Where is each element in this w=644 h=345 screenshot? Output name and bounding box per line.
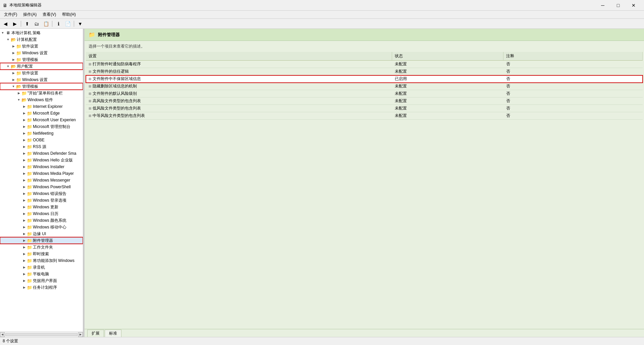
tree-expander-win-calendar[interactable]: ▶ <box>21 211 27 216</box>
tree-node-user-exp[interactable]: ▶📁Microsoft User Experien <box>0 117 83 123</box>
tree-expander-local[interactable]: ▼ <box>0 30 5 36</box>
tree-node-user-windows[interactable]: ▶📁Windows 设置 <box>0 76 83 83</box>
tree-expander-windows-components[interactable]: ▼ <box>16 97 21 102</box>
tree-expander-win-color[interactable]: ▶ <box>21 218 27 223</box>
tree-expander-user-software[interactable]: ▶ <box>11 70 16 76</box>
tree-expander-win-update[interactable]: ▶ <box>21 204 27 210</box>
tree-expander-rss[interactable]: ▶ <box>21 144 27 149</box>
tree-node-win-installer[interactable]: ▶📁Windows Installer <box>0 163 83 170</box>
tree-node-add-features[interactable]: ▶📁将功能添加到 Windows <box>0 257 83 264</box>
tab-standard[interactable]: 标准 <box>105 330 121 337</box>
tree-expander-oobe[interactable]: ▶ <box>21 137 27 143</box>
tree-node-tablet[interactable]: ▶📁平板电脑 <box>0 271 83 277</box>
tree-node-win-color[interactable]: ▶📁Windows 颜色系统 <box>0 217 83 224</box>
tree-expander-win-powershell[interactable]: ▶ <box>21 184 27 190</box>
tree-expander-user-admin[interactable]: ▼ <box>11 84 16 89</box>
tree-expander-user-exp[interactable]: ▶ <box>21 117 27 123</box>
tree-expander-mmc[interactable]: ▶ <box>21 124 27 129</box>
tree-node-win-messenger[interactable]: ▶📁Windows Messenger <box>0 177 83 184</box>
tree-expander-edge[interactable]: ▶ <box>21 111 27 116</box>
tree-expander-user-windows[interactable]: ▶ <box>11 77 16 82</box>
back-button[interactable]: ◀ <box>1 20 9 27</box>
tree-expander-edge-ui[interactable]: ▶ <box>21 231 27 236</box>
tree-node-instant-search[interactable]: ▶📁即时搜索 <box>0 251 83 257</box>
menu-file[interactable]: 文件(F) <box>1 11 20 18</box>
scroll-left-arrow[interactable]: ◀ <box>0 332 5 337</box>
tree-node-local[interactable]: ▼🖥本地计算机 策略 <box>0 29 83 36</box>
tree-expander-win-defender[interactable]: ▶ <box>21 151 27 156</box>
tree-node-win-media[interactable]: ▶📁Windows Media Player <box>0 170 83 177</box>
tree-node-computer-config[interactable]: ▼📂计算机配置 <box>0 36 83 43</box>
tree-expander-windows-settings[interactable]: ▶ <box>11 50 16 56</box>
tree-node-task-scheduler[interactable]: ▶📁任务计划程序 <box>0 284 83 291</box>
tree-expander-win-logon[interactable]: ▶ <box>21 198 27 203</box>
tree-expander-ie[interactable]: ▶ <box>21 104 27 109</box>
tree-node-win-update[interactable]: ▶📁Windows 更新 <box>0 204 83 210</box>
table-row[interactable]: ⊞隐藏删除区域信息的机制未配置否 <box>86 83 643 90</box>
tree-node-rss[interactable]: ▶📁RSS 源 <box>0 143 83 150</box>
tree-node-user-admin[interactable]: ▼📂管理模板 <box>0 83 83 90</box>
tree-expander-win-hello[interactable]: ▶ <box>21 157 27 163</box>
tree-expander-start-menu[interactable]: ▶ <box>16 90 21 96</box>
tree-node-win-calendar[interactable]: ▶📁Windows 日历 <box>0 210 83 217</box>
help-button[interactable]: ℹ <box>54 20 62 27</box>
table-row[interactable]: ⊞高风险文件类型的包含列表未配置否 <box>86 97 643 105</box>
table-row[interactable]: ⊞文件附件的信任逻辑未配置否 <box>86 68 643 75</box>
tree-expander-task-scheduler[interactable]: ▶ <box>21 285 27 290</box>
tree-node-ie[interactable]: ▶📁Internet Explorer <box>0 103 83 110</box>
restore-button[interactable]: □ <box>610 0 626 11</box>
tree-expander-win-media[interactable]: ▶ <box>21 171 27 176</box>
tree-node-win-mobile[interactable]: ▶📁Windows 移动中心 <box>0 224 83 230</box>
tree-container[interactable]: ▼🖥本地计算机 策略▼📂计算机配置▶📁软件设置▶📁Windows 设置▶📁管理模… <box>0 29 83 332</box>
tree-expander-work-folder[interactable]: ▶ <box>21 245 27 250</box>
table-row[interactable]: ⊞中等风险文件类型的包含列表未配置否 <box>86 112 643 120</box>
tab-expand[interactable]: 扩展 <box>87 330 104 337</box>
menu-help[interactable]: 帮助(H) <box>59 11 78 18</box>
close-button[interactable]: ✕ <box>626 0 641 11</box>
tree-node-user-config[interactable]: ▼📂用户配置 <box>0 63 83 70</box>
tree-node-software-settings[interactable]: ▶📁软件设置 <box>0 43 83 50</box>
show-hide-button[interactable]: 🗂 <box>33 20 41 27</box>
tree-node-win-error[interactable]: ▶📁Windows 错误报告 <box>0 190 83 197</box>
scroll-track[interactable] <box>5 333 77 336</box>
tree-expander-win-installer[interactable]: ▶ <box>21 164 27 169</box>
tree-node-edge[interactable]: ▶📁Microsoft Edge <box>0 110 83 117</box>
tree-node-credential[interactable]: ▶📁凭据用户界面 <box>0 277 83 284</box>
tree-node-oobe[interactable]: ▶📁OOBE <box>0 137 83 143</box>
tree-expander-credential[interactable]: ▶ <box>21 278 27 283</box>
tree-node-mmc[interactable]: ▶📁Microsoft 管理控制台 <box>0 123 83 130</box>
tree-expander-win-mobile[interactable]: ▶ <box>21 224 27 230</box>
tree-expander-computer-config[interactable]: ▼ <box>5 37 11 42</box>
scroll-right-arrow[interactable]: ▶ <box>78 332 83 337</box>
up-button[interactable]: ⬆ <box>23 20 31 27</box>
tree-expander-admin-templates[interactable]: ▶ <box>11 57 16 62</box>
tree-node-win-logon[interactable]: ▶📁Windows 登录选项 <box>0 197 83 204</box>
tree-expander-add-features[interactable]: ▶ <box>21 258 27 263</box>
properties-button[interactable]: 📄 <box>64 20 72 27</box>
copy-button[interactable]: 📋 <box>42 20 50 27</box>
settings-table-container[interactable]: 设置 状态 注释 ⊞打开附件时通知防病毒程序未配置否⊞文件附件的信任逻辑未配置否… <box>85 52 644 329</box>
tree-node-win-defender[interactable]: ▶📁Windows Defender Sma <box>0 150 83 157</box>
filter-button[interactable]: ▼ <box>76 20 84 27</box>
tree-expander-win-messenger[interactable]: ▶ <box>21 178 27 183</box>
tree-expander-instant-search[interactable]: ▶ <box>21 251 27 257</box>
tree-node-win-powershell[interactable]: ▶📁Windows PowerShell <box>0 184 83 190</box>
minimize-button[interactable]: ─ <box>595 0 610 11</box>
tree-expander-user-config[interactable]: ▼ <box>5 64 11 69</box>
tree-node-edge-ui[interactable]: ▶📁边缘 UI <box>0 230 83 237</box>
tree-expander-win-error[interactable]: ▶ <box>21 191 27 196</box>
tree-node-admin-templates[interactable]: ▶📁管理模板 <box>0 56 83 63</box>
tree-node-attachment[interactable]: ▶📁附件管理器 <box>0 237 83 244</box>
menu-view[interactable]: 查看(V) <box>40 11 59 18</box>
tree-node-start-menu[interactable]: ▶📁"开始"菜单和任务栏 <box>0 90 83 96</box>
tree-node-windows-settings[interactable]: ▶📁Windows 设置 <box>0 50 83 56</box>
table-row[interactable]: ⊞文件附件的默认风险级别未配置否 <box>86 90 643 97</box>
table-row[interactable]: ⊞低风险文件类型的包含列表未配置否 <box>86 105 643 112</box>
menu-action[interactable]: 操作(A) <box>20 11 39 18</box>
table-row[interactable]: ⊞文件附件中不保留区域信息已启用否 <box>86 75 643 83</box>
tree-node-win-hello[interactable]: ▶📁Windows Hello 企业版 <box>0 157 83 163</box>
tree-node-netmeeting[interactable]: ▶📁NetMeeting <box>0 130 83 137</box>
tree-expander-software-settings[interactable]: ▶ <box>11 44 16 49</box>
table-row[interactable]: ⊞打开附件时通知防病毒程序未配置否 <box>86 61 643 68</box>
tree-expander-netmeeting[interactable]: ▶ <box>21 131 27 136</box>
